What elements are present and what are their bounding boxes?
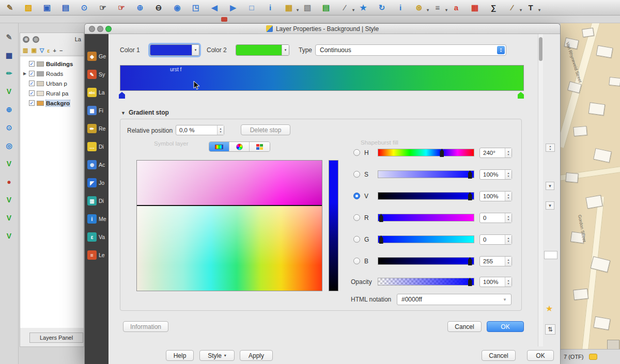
bookmark-icon[interactable]: ★ — [358, 2, 369, 13]
color1-swatch-button[interactable] — [150, 44, 199, 56]
style-menu-button[interactable]: Style — [199, 350, 235, 361]
s-spinbox[interactable]: 100% — [479, 169, 512, 180]
tab-diagrams[interactable]: ▥Di — [85, 193, 109, 209]
tab-color-wheel[interactable] — [229, 142, 250, 151]
save-as-icon[interactable]: ▤ — [60, 2, 71, 13]
combo-stepper-icon[interactable] — [497, 46, 505, 54]
crs-overlay-icon[interactable]: ◎ — [4, 140, 15, 151]
measure-ruler-icon[interactable]: ∕ — [506, 2, 518, 13]
sort-ramp-icon[interactable]: ⇅ — [545, 324, 555, 335]
g-slider-handle[interactable] — [379, 235, 383, 244]
zoom-full-icon[interactable]: ◳ — [190, 2, 202, 13]
vector-node-icon[interactable]: V — [4, 230, 15, 242]
close-panel-button[interactable]: ⊗ — [23, 36, 29, 43]
combo-arrow-icon[interactable]: ▼ — [503, 297, 507, 302]
editor-cancel-button[interactable]: Cancel — [447, 321, 482, 332]
rail-field-box[interactable] — [544, 251, 557, 259]
spinbox-steppers-icon[interactable] — [505, 192, 512, 201]
s-slider[interactable] — [378, 170, 474, 178]
color2-dropdown-icon[interactable] — [282, 45, 289, 55]
tab-actions[interactable]: ⊛Ac — [85, 157, 109, 172]
tab-color-swatches[interactable] — [250, 142, 270, 151]
r-radio[interactable] — [353, 214, 360, 221]
rail-steppers-icon[interactable] — [546, 144, 555, 152]
spinbox-steppers-icon[interactable] — [505, 257, 512, 266]
opacity-slider[interactable] — [378, 278, 474, 286]
type-combobox[interactable]: Continuous — [315, 44, 506, 56]
b-slider-handle[interactable] — [468, 257, 472, 265]
text-annotation-icon[interactable]: T — [525, 2, 536, 13]
zoom-window-button[interactable] — [105, 26, 112, 32]
color-picker-plane[interactable] — [136, 160, 322, 291]
expander-icon[interactable]: ▶ — [23, 71, 27, 76]
pan-selection-icon[interactable]: ☞ — [116, 2, 127, 13]
settings-gear-icon[interactable]: ⊛ — [413, 2, 425, 13]
vector-tool-icon[interactable]: V — [4, 86, 15, 97]
r-spinbox[interactable]: 0 — [479, 213, 512, 223]
b-slider[interactable] — [378, 257, 474, 265]
relative-position-spinbox[interactable]: 0,0 % — [176, 125, 224, 135]
dialog-titlebar[interactable]: Layer Properties - Background | Style — [85, 24, 560, 34]
topology-icon[interactable]: ● — [4, 176, 15, 187]
tab-labels[interactable]: abcLa — [85, 85, 109, 100]
tab-rendering[interactable]: ✏Re — [85, 121, 109, 136]
tab-metadata[interactable]: iMe — [85, 211, 109, 227]
spinbox-steppers-icon[interactable] — [505, 148, 512, 157]
tab-legend[interactable]: ≡Le — [85, 247, 109, 263]
filter-expression-icon[interactable]: ε — [47, 48, 50, 54]
gradient-stop-end-marker[interactable] — [518, 92, 524, 99]
rail-chevron-icon[interactable]: ▾ — [546, 182, 554, 190]
spinbox-steppers-icon[interactable] — [505, 235, 512, 244]
g-slider[interactable] — [378, 235, 474, 243]
layer-checkbox[interactable] — [29, 100, 35, 106]
v-slider-handle[interactable] — [468, 192, 472, 200]
tab-color-ramp[interactable] — [209, 142, 229, 151]
favorites-star-icon[interactable]: ★ — [546, 304, 553, 313]
filter-legend-icon[interactable]: ▽ — [40, 47, 44, 54]
v-slider[interactable] — [378, 192, 474, 200]
zoom-native-icon[interactable]: ◉ — [172, 2, 183, 13]
s-radio[interactable] — [353, 171, 360, 178]
h-slider[interactable] — [378, 149, 474, 156]
panels-icon[interactable]: ≡ — [432, 2, 443, 13]
value-vertical-slider[interactable] — [329, 160, 338, 291]
message-log-icon[interactable] — [589, 354, 597, 360]
crs-status-text[interactable]: 7 (OTF) — [564, 354, 584, 360]
layer-item-buildings[interactable]: Buildings — [20, 59, 84, 69]
zoom-last-icon[interactable]: ◀ — [209, 2, 220, 13]
help-button[interactable]: Help — [166, 350, 194, 361]
composer-grid-icon[interactable]: ▦ — [469, 2, 481, 13]
tab-style[interactable]: ✎Sy — [85, 67, 109, 82]
rail-chevron-icon[interactable]: ▾ — [546, 201, 554, 210]
zoom-layer-icon[interactable]: □ — [246, 2, 257, 13]
vector-split-icon[interactable]: V — [4, 194, 15, 205]
spinbox-steppers-icon[interactable] — [505, 213, 512, 223]
g-spinbox[interactable]: 0 — [479, 234, 512, 245]
map-canvas[interactable]: Van Rhyneveld Street Gordon Street — [561, 15, 620, 364]
tab-general[interactable]: ◆Ge — [85, 49, 109, 64]
add-point-icon[interactable]: ⊕ — [4, 104, 15, 115]
style-checker-icon[interactable]: ▦ — [4, 50, 15, 61]
g-radio[interactable] — [353, 236, 360, 243]
zoom-out-icon[interactable]: ⊖ — [153, 2, 164, 13]
tab-variables[interactable]: εVa — [85, 229, 109, 245]
label-toolbar-icon[interactable] — [221, 17, 227, 22]
editor-ok-button[interactable]: OK — [487, 321, 524, 332]
layer-item-background[interactable]: Backgro — [20, 98, 84, 108]
layer-item-roads[interactable]: ▶ Roads — [20, 69, 84, 78]
apply-button[interactable]: Apply — [240, 350, 273, 361]
r-slider-handle[interactable] — [379, 214, 383, 222]
crs-globe-icon[interactable]: ⊙ — [4, 122, 15, 133]
spinbox-steppers-icon[interactable] — [505, 277, 512, 287]
layer-styling-icon[interactable]: ▥ — [23, 47, 28, 54]
select-features-icon[interactable]: ▦ — [283, 2, 295, 13]
identify-icon[interactable]: i — [265, 2, 276, 13]
layer-checkbox[interactable] — [29, 81, 35, 86]
layer-checkbox[interactable] — [29, 71, 35, 76]
save-project-icon[interactable]: ▣ — [41, 2, 53, 13]
open-project-icon[interactable]: ▨ — [23, 2, 34, 13]
h-spinbox[interactable]: 240° — [479, 148, 512, 158]
opacity-slider-handle[interactable] — [468, 278, 472, 286]
edit-pencil-icon[interactable]: ✎ — [4, 31, 15, 43]
close-window-button[interactable] — [89, 26, 95, 32]
